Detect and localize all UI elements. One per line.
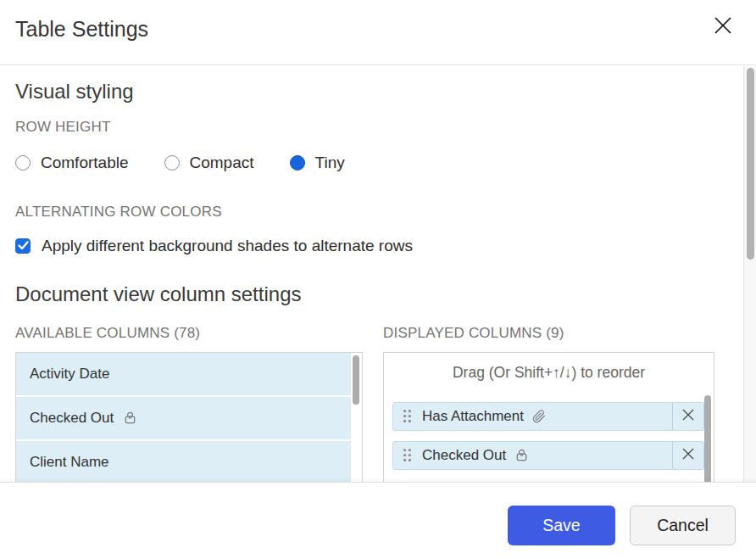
paperclip-icon	[532, 410, 546, 423]
column-name: Activity Date	[30, 366, 109, 383]
displayed-columns-label: DISPLAYED COLUMNS (9)	[383, 325, 714, 342]
drag-handle-icon[interactable]	[403, 448, 412, 462]
alternate-rows-checkbox-row[interactable]: Apply different background shades to alt…	[15, 237, 756, 255]
column-name: Client Name	[30, 454, 109, 471]
remove-column-button[interactable]	[672, 442, 703, 469]
available-columns-panel: AVAILABLE COLUMNS (78) Activity Date Che…	[15, 325, 363, 482]
column-name: Checked Out	[30, 410, 114, 427]
available-columns-label: AVAILABLE COLUMNS (78)	[15, 325, 363, 342]
close-icon	[713, 15, 733, 38]
modal-scrollbar-thumb[interactable]	[747, 68, 754, 260]
lock-icon	[123, 411, 137, 425]
remove-column-button[interactable]	[672, 403, 703, 430]
alternating-row-colors-label: ALTERNATING ROW COLORS	[15, 204, 756, 221]
radio-compact[interactable]: Compact	[164, 154, 254, 172]
displayed-columns-list: Drag (Or Shift+↑/↓) to reorder Has Attac	[383, 352, 714, 482]
table-settings-modal: Table Settings Visual styling ROW HEIGHT…	[0, 0, 756, 559]
radio-comfortable[interactable]: Comfortable	[15, 154, 129, 172]
cancel-button[interactable]: Cancel	[630, 506, 736, 545]
column-name: Checked Out	[422, 447, 506, 464]
remove-icon	[681, 446, 696, 464]
visual-styling-heading: Visual styling	[15, 80, 756, 104]
list-item[interactable]: Activity Date	[16, 353, 351, 395]
displayed-item-has-attachment[interactable]: Has Attachment	[392, 402, 704, 431]
displayed-list-scrollbar[interactable]	[704, 395, 711, 482]
column-settings-heading: Document view column settings	[15, 282, 756, 307]
radio-label: Comfortable	[41, 154, 129, 172]
modal-title: Table Settings	[15, 17, 148, 42]
displayed-columns-panel: DISPLAYED COLUMNS (9) Drag (Or Shift+↑/↓…	[383, 325, 714, 482]
close-button[interactable]	[710, 14, 736, 39]
displayed-item-checked-out[interactable]: Checked Out	[392, 441, 704, 470]
radio-label: Compact	[190, 154, 254, 172]
modal-footer: Save Cancel	[0, 482, 756, 559]
column-settings-panels: AVAILABLE COLUMNS (78) Activity Date Che…	[15, 325, 756, 482]
modal-scrollbar-track[interactable]	[743, 66, 756, 482]
displayed-items: Has Attachment	[392, 402, 704, 470]
drag-handle-icon[interactable]	[403, 409, 412, 423]
radio-circle-icon	[164, 155, 180, 170]
column-name: Has Attachment	[422, 408, 524, 425]
list-item[interactable]: Checked Out	[16, 397, 351, 439]
checkbox-icon[interactable]	[15, 238, 31, 254]
radio-label: Tiny	[315, 154, 345, 172]
remove-icon	[681, 407, 696, 425]
modal-header: Table Settings	[0, 0, 756, 65]
alternate-rows-checkbox-label: Apply different background shades to alt…	[42, 237, 413, 255]
lock-icon	[514, 448, 529, 462]
radio-tiny[interactable]: Tiny	[290, 154, 345, 172]
list-item[interactable]: Client Name	[16, 441, 351, 482]
reorder-hint: Drag (Or Shift+↑/↓) to reorder	[384, 364, 714, 382]
row-height-radio-group: Comfortable Compact Tiny	[15, 154, 756, 172]
save-button[interactable]: Save	[508, 506, 615, 545]
available-columns-list: Activity Date Checked Out	[15, 352, 363, 482]
radio-circle-icon	[15, 155, 31, 170]
available-list-scrollbar[interactable]	[353, 355, 359, 405]
radio-circle-icon	[290, 155, 305, 170]
row-height-label: ROW HEIGHT	[15, 119, 756, 136]
modal-body: Visual styling ROW HEIGHT Comfortable Co…	[0, 66, 756, 482]
